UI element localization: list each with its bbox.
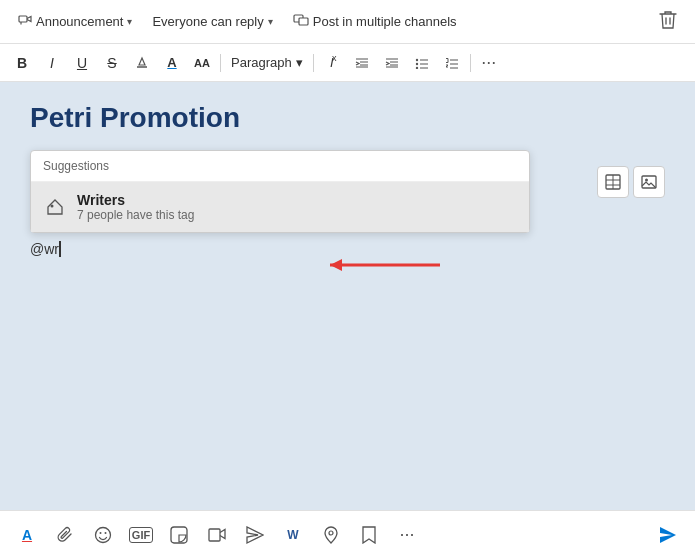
suggestion-name: Writers bbox=[77, 192, 194, 208]
typed-text: @wr bbox=[30, 241, 59, 257]
announcement-icon bbox=[18, 13, 32, 30]
paragraph-chevron: ▾ bbox=[296, 55, 303, 70]
svg-point-4 bbox=[416, 62, 418, 64]
sticker-btn[interactable] bbox=[162, 518, 196, 552]
svg-point-11 bbox=[96, 527, 111, 542]
suggestions-dropdown: Suggestions Writers 7 people have this t… bbox=[30, 150, 530, 233]
tag-icon bbox=[43, 195, 67, 219]
suggestions-header: Suggestions bbox=[31, 151, 529, 182]
paragraph-label: Paragraph bbox=[231, 55, 292, 70]
separator-1 bbox=[220, 54, 221, 72]
clear-format-button[interactable]: Ix bbox=[318, 49, 346, 77]
text-format-btn[interactable]: A bbox=[10, 518, 44, 552]
italic-button[interactable]: I bbox=[38, 49, 66, 77]
send-button[interactable] bbox=[651, 518, 685, 552]
top-toolbar: Announcement ▾ Everyone can reply ▾ Post… bbox=[0, 0, 695, 44]
svg-point-3 bbox=[416, 58, 418, 60]
svg-rect-0 bbox=[19, 16, 27, 22]
bold-button[interactable]: B bbox=[8, 49, 36, 77]
indent-decrease-button[interactable] bbox=[348, 49, 376, 77]
font-size-button[interactable]: AA bbox=[188, 49, 216, 77]
send-paper-btn[interactable] bbox=[238, 518, 272, 552]
format-toolbar: B I U S A AA Paragraph ▾ Ix bbox=[0, 44, 695, 82]
bottom-toolbar: A GIF bbox=[0, 510, 695, 558]
word-btn[interactable]: W bbox=[276, 518, 310, 552]
svg-point-5 bbox=[416, 66, 418, 68]
post-channels-btn[interactable]: Post in multiple channels bbox=[285, 9, 465, 34]
post-channels-label: Post in multiple channels bbox=[313, 14, 457, 29]
video-btn[interactable] bbox=[200, 518, 234, 552]
bookmark-btn[interactable] bbox=[352, 518, 386, 552]
delete-button[interactable] bbox=[651, 6, 685, 38]
announcement-dropdown[interactable]: Announcement ▾ bbox=[10, 9, 140, 34]
svg-rect-15 bbox=[209, 529, 220, 541]
more-format-button[interactable]: ··· bbox=[475, 49, 503, 77]
reply-label: Everyone can reply bbox=[152, 14, 263, 29]
announcement-chevron: ▾ bbox=[127, 16, 132, 27]
suggestion-writers[interactable]: Writers 7 people have this tag bbox=[31, 182, 529, 232]
text-cursor bbox=[59, 241, 61, 257]
indent-increase-button[interactable] bbox=[378, 49, 406, 77]
red-arrow-annotation bbox=[310, 250, 440, 280]
reply-chevron: ▾ bbox=[268, 16, 273, 27]
separator-2 bbox=[313, 54, 314, 72]
svg-point-13 bbox=[105, 532, 107, 534]
suggestion-text: Writers 7 people have this tag bbox=[77, 192, 194, 222]
underline-button[interactable]: U bbox=[68, 49, 96, 77]
content-area[interactable]: Petri Promotion Suggestions Writers 7 pe… bbox=[0, 82, 695, 558]
svg-point-12 bbox=[100, 532, 102, 534]
more-btn[interactable]: ··· bbox=[390, 518, 424, 552]
svg-rect-2 bbox=[299, 18, 308, 25]
paragraph-dropdown[interactable]: Paragraph ▾ bbox=[225, 52, 309, 73]
svg-point-6 bbox=[51, 205, 54, 208]
font-color-button[interactable]: A bbox=[158, 49, 186, 77]
highlight-button[interactable] bbox=[128, 49, 156, 77]
announcement-label: Announcement bbox=[36, 14, 123, 29]
emoji-btn[interactable] bbox=[86, 518, 120, 552]
svg-point-10 bbox=[645, 179, 648, 182]
suggestion-count: 7 people have this tag bbox=[77, 208, 194, 222]
numbered-list-button[interactable] bbox=[438, 49, 466, 77]
attach-btn[interactable] bbox=[48, 518, 82, 552]
gif-btn[interactable]: GIF bbox=[124, 518, 158, 552]
post-channels-icon bbox=[293, 13, 309, 30]
strikethrough-button[interactable]: S bbox=[98, 49, 126, 77]
app-container: Announcement ▾ Everyone can reply ▾ Post… bbox=[0, 0, 695, 558]
bullet-list-button[interactable] bbox=[408, 49, 436, 77]
location-btn[interactable] bbox=[314, 518, 348, 552]
reply-dropdown[interactable]: Everyone can reply ▾ bbox=[144, 10, 280, 33]
separator-3 bbox=[470, 54, 471, 72]
post-title: Petri Promotion bbox=[30, 102, 665, 134]
insert-image-button[interactable] bbox=[633, 166, 665, 198]
insert-table-button[interactable] bbox=[597, 166, 629, 198]
insert-buttons bbox=[597, 166, 665, 198]
svg-marker-7 bbox=[330, 259, 342, 271]
svg-point-16 bbox=[329, 531, 333, 535]
